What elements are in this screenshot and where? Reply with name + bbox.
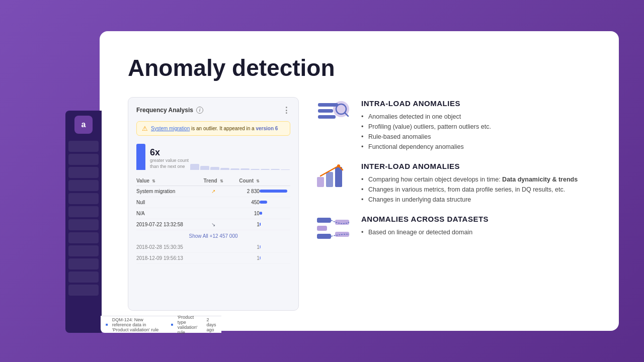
svg-rect-8 — [335, 167, 342, 187]
inter-load-title: INTER-LOAD ANOMALIES — [361, 162, 578, 170]
inter-load-content: INTER-LOAD ANOMALIES Comparing how certa… — [361, 162, 578, 205]
table-row: Null 450 — [136, 197, 290, 208]
across-datasets-section: ANOMALIES ACROSS DATASETS Based on linea… — [315, 215, 591, 243]
bar-desc-line2: than the next one — [150, 164, 189, 170]
table-area: Value ⇅ Trend ⇅ Count ⇅ System migration… — [136, 176, 290, 264]
row-trend-4: ↘ — [198, 222, 228, 227]
small-bars — [190, 164, 290, 170]
bar-area: 6x greater value count than the next one — [136, 142, 290, 170]
inter-load-section: INTER-LOAD ANOMALIES Comparing how certa… — [315, 162, 591, 205]
row-bar-2 — [260, 201, 290, 204]
svg-rect-6 — [317, 177, 324, 187]
row-count-1: 2 830 — [229, 189, 260, 194]
freq-header: Frequency Analysis i ⋮ — [136, 106, 290, 115]
row-count-4: 1 — [229, 222, 260, 227]
small-bar-2 — [200, 166, 209, 170]
bar-labels: 6x greater value count than the next one — [150, 147, 189, 169]
inter-bullet-1: Comparing how certain object develops in… — [361, 174, 578, 185]
small-bar-1 — [190, 164, 199, 170]
info-icon[interactable]: i — [196, 107, 203, 114]
across-datasets-icon — [315, 215, 351, 243]
row-value-extra-1: 2018-02-28 15:30:35 — [136, 244, 198, 250]
inter-load-list: Comparing how certain object develops in… — [361, 174, 578, 205]
inter-bullet-2: Changes in various metrics, from data pr… — [361, 185, 578, 195]
row-value-2: Null — [136, 200, 198, 205]
row-bar-3 — [260, 212, 290, 215]
col-header-trend[interactable]: Trend ⇅ — [198, 178, 228, 184]
small-bar-9 — [271, 169, 280, 170]
intra-bullet-1: Anomalies detected in one object — [361, 112, 491, 122]
alert-version[interactable]: version 6 — [256, 126, 278, 131]
row-count-extra-2: 1 — [229, 255, 260, 261]
sidebar-logo: a — [74, 116, 93, 134]
svg-point-9 — [337, 164, 340, 167]
col-header-bar — [260, 178, 290, 184]
small-bar-8 — [261, 169, 270, 170]
intra-load-list: Anomalies detected in one object Profili… — [361, 112, 491, 152]
extra-rows: 2018-02-28 15:30:35 1 2018-12-09 19:56:1… — [136, 242, 290, 264]
warning-icon: ⚠ — [142, 125, 148, 132]
svg-rect-2 — [318, 109, 333, 113]
intra-bullet-4: Functional dependency anomalies — [361, 142, 491, 152]
table-row-extra-2: 2018-12-09 19:56:13 1 — [136, 253, 290, 264]
row-bar-4 — [260, 223, 290, 226]
row-count-extra-1: 1 — [229, 244, 260, 250]
page-title: Anomaly detection — [128, 55, 591, 81]
content-area: Frequency Analysis i ⋮ ⚠ System migratio… — [128, 97, 591, 311]
row-count-2: 450 — [229, 200, 260, 205]
table-row: System migration ↗ 2 830 — [136, 186, 290, 197]
small-bar-5 — [230, 168, 239, 170]
bar-desc-line1: greater value count — [150, 158, 189, 164]
notif-icon: ■ — [106, 322, 108, 327]
svg-rect-13 — [335, 220, 349, 225]
sidebar-background: a — [65, 111, 102, 333]
row-trend-1: ↗ — [198, 189, 228, 194]
notif-tag: 'Product type validation' rule — [178, 315, 203, 335]
intra-load-title: INTRA-LOAD ANOMALIES — [361, 99, 491, 108]
across-datasets-title: ANOMALIES ACROSS DATASETS — [361, 215, 489, 223]
table-row: N/A 10 — [136, 208, 290, 219]
main-card: Anomaly detection Frequency Analysis i ⋮… — [100, 31, 619, 331]
table-row-extra-1: 2018-02-28 15:30:35 1 — [136, 242, 290, 253]
freq-title: Frequency Analysis — [136, 107, 193, 114]
intra-bullet-3: Rule-based anomalies — [361, 132, 491, 142]
small-bar-6 — [240, 168, 250, 170]
across-datasets-list: Based on lineage or detected domain — [361, 227, 489, 237]
main-bar — [136, 144, 145, 170]
row-bar-1 — [260, 190, 290, 193]
notification-bar: ■ DQM-124: New reference data in 'Produc… — [101, 316, 221, 333]
table-header: Value ⇅ Trend ⇅ Count ⇅ — [136, 176, 290, 186]
table-row: 2019-07-22 13:32:58 ↘ 1 — [136, 219, 290, 230]
col-header-count[interactable]: Count ⇅ — [229, 178, 260, 184]
intra-load-section: INTRA-LOAD ANOMALIES Anomalies detected … — [315, 99, 591, 152]
notif-icon-2: ■ — [171, 322, 174, 327]
small-bar-10 — [281, 169, 290, 170]
right-panel: INTRA-LOAD ANOMALIES Anomalies detected … — [315, 97, 591, 311]
svg-rect-3 — [318, 115, 336, 119]
row-count-3: 10 — [229, 211, 260, 216]
col-header-value[interactable]: Value ⇅ — [136, 178, 198, 184]
intra-bullet-2: Profiling (value) outliers, pattern outl… — [361, 122, 491, 132]
inter-bullet-bold: Data dynamicity & trends — [502, 176, 578, 183]
svg-rect-11 — [317, 226, 327, 231]
svg-rect-7 — [326, 172, 333, 187]
small-bar-3 — [210, 167, 219, 170]
alert-link-system[interactable]: System migration — [151, 126, 190, 131]
alert-text: System migration is an outlier. It appea… — [151, 126, 278, 131]
row-value-4: 2019-07-22 13:32:58 — [136, 222, 198, 227]
more-options-icon[interactable]: ⋮ — [282, 106, 290, 115]
show-all-button[interactable]: Show All +12 457 000 — [136, 230, 290, 242]
notif-time: 2 days ago — [206, 317, 216, 332]
row-value-1: System migration — [136, 189, 198, 194]
across-datasets-content: ANOMALIES ACROSS DATASETS Based on linea… — [361, 215, 489, 237]
across-bullet-1: Based on lineage or detected domain — [361, 227, 489, 237]
small-bar-7 — [251, 169, 260, 170]
inter-bullet-3: Changes in underlying data structure — [361, 195, 578, 205]
svg-rect-12 — [317, 234, 331, 239]
row-value-extra-2: 2018-12-09 19:56:13 — [136, 255, 198, 261]
small-bar-4 — [220, 168, 229, 170]
sidebar-icons — [65, 139, 102, 298]
inter-load-icon — [315, 162, 351, 190]
intra-load-content: INTRA-LOAD ANOMALIES Anomalies detected … — [361, 99, 491, 152]
row-value-3: N/A — [136, 211, 198, 216]
